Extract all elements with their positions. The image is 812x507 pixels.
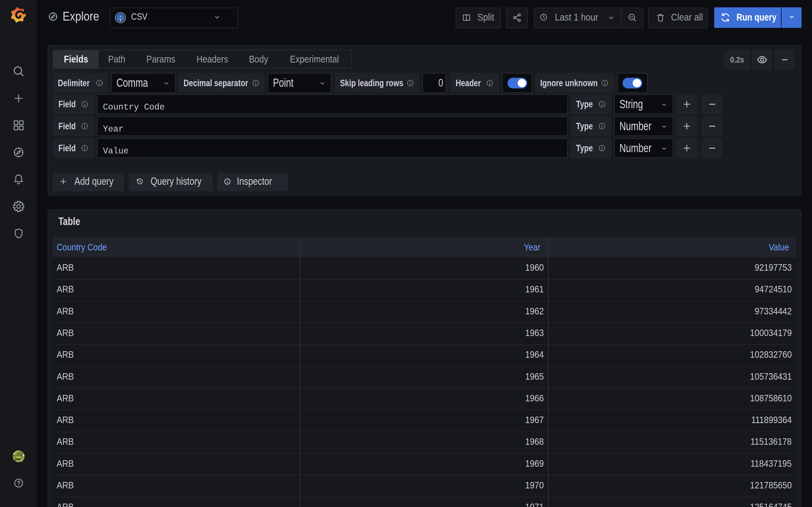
svg-text:;: ;	[119, 13, 122, 22]
